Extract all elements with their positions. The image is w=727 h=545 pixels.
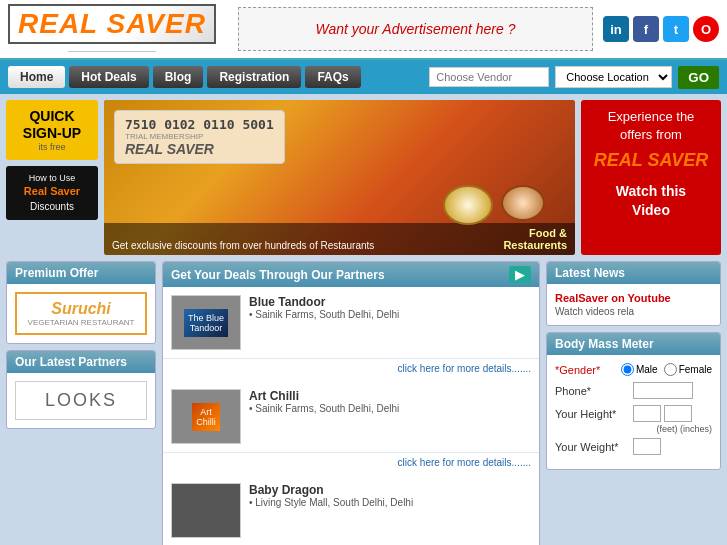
header: REAL SAVER ——————————— Want your Adverti… — [0, 0, 727, 60]
linkedin-icon[interactable]: in — [603, 16, 629, 42]
go-button[interactable]: GO — [678, 66, 719, 89]
deal-name-3: Baby Dragon — [249, 483, 531, 497]
nav-bar: Home Hot Deals Blog Registration FAQs Ch… — [0, 60, 727, 94]
male-label: Male — [636, 364, 658, 375]
deal-more-link-2[interactable]: click here for more details....... — [398, 457, 531, 468]
deal-more-1: click here for more details....... — [163, 359, 539, 381]
premium-panel: Premium Offer Suruchi VEGETARIAN RESTAUR… — [6, 261, 156, 344]
partners-header: Our Latest Partners — [7, 351, 155, 373]
vendor-search-input[interactable] — [429, 67, 549, 87]
news-text: Watch videos rela — [555, 306, 712, 317]
phone-input[interactable] — [633, 382, 693, 399]
deals-header: Get Your Deals Through Our Partners ▶ — [163, 262, 539, 287]
left-sidebar: QUICKSIGN-UP its free How to Use Real Sa… — [6, 100, 98, 255]
premium-col: Premium Offer Suruchi VEGETARIAN RESTAUR… — [6, 261, 156, 545]
bmi-gender-label: *Gender* — [555, 364, 615, 376]
deal-more-link-1[interactable]: click here for more details....... — [398, 363, 531, 374]
nav-hot-deals[interactable]: Hot Deals — [69, 66, 148, 88]
promo-line1: Experience the — [608, 109, 695, 124]
how-to-use-prefix: How to Use — [12, 172, 92, 185]
card-brand: REAL SAVER — [125, 141, 274, 157]
quick-signup-sub: its free — [12, 142, 92, 152]
main-content: QUICKSIGN-UP its free How to Use Real Sa… — [0, 94, 727, 261]
promo-watch: Watch this — [589, 182, 713, 202]
deal-thumb-2: ArtChilli — [171, 389, 241, 444]
bmi-height-label: Your Height* — [555, 408, 627, 420]
nav-home[interactable]: Home — [8, 66, 65, 88]
hero-bottom-bar: Get exclusive discounts from over hundre… — [104, 223, 575, 255]
how-to-use-suffix: Discounts — [12, 200, 92, 214]
deal-item-3: Baby Dragon Living Style Mall, South Del… — [163, 475, 539, 545]
membership-card: 7510 0102 0110 5001 TRIAL MEMBERSHIP REA… — [114, 110, 285, 164]
suruchi-title: Suruchi — [23, 300, 139, 318]
hero-banner: 7510 0102 0110 5001 TRIAL MEMBERSHIP REA… — [104, 100, 575, 255]
deal-item-1: The BlueTandoor Blue Tandoor Sainik Farm… — [163, 287, 539, 359]
bmi-phone-label: Phone* — [555, 385, 627, 397]
nav-registration[interactable]: Registration — [207, 66, 301, 88]
female-radio[interactable] — [664, 363, 677, 376]
news-header: Latest News — [547, 262, 720, 284]
looks-box[interactable]: LOOKS — [15, 381, 147, 420]
news-title-link[interactable]: RealSaver on Youtube — [555, 292, 712, 304]
deal-item-2: ArtChilli Art Chilli Sainik Farms, South… — [163, 381, 539, 453]
bmi-weight-label: Your Weight* — [555, 441, 627, 453]
deal-loc-3: Living Style Mall, South Delhi, Delhi — [249, 497, 531, 508]
logo: REAL SAVER — [8, 4, 216, 44]
ad-banner[interactable]: Want your Advertisement here ? — [238, 7, 593, 51]
female-radio-label[interactable]: Female — [664, 363, 712, 376]
height-inputs — [633, 405, 692, 422]
nav-search: Choose Location GO — [429, 66, 719, 89]
deal-thumb-img-2: ArtChilli — [192, 403, 220, 431]
promo-line2: offers from — [620, 127, 682, 142]
twitter-icon[interactable]: t — [663, 16, 689, 42]
looks-title: LOOKS — [24, 390, 138, 411]
deals-header-title: Get Your Deals Through Our Partners — [171, 268, 385, 282]
deal-loc-2: Sainik Farms, South Delhi, Delhi — [249, 403, 531, 414]
male-radio[interactable] — [621, 363, 634, 376]
deal-thumb-3 — [171, 483, 241, 538]
height-feet-input[interactable] — [633, 405, 661, 422]
bmi-weight-row: Your Weight* — [555, 438, 712, 455]
bottom-section: Premium Offer Suruchi VEGETARIAN RESTAUR… — [0, 261, 727, 545]
gender-radio-group: Male Female — [621, 363, 712, 376]
bmi-gender-row: *Gender* Male Female — [555, 363, 712, 376]
deal-name-2: Art Chilli — [249, 389, 531, 403]
bmi-panel: Body Mass Meter *Gender* Male Female — [546, 332, 721, 470]
nav-blog[interactable]: Blog — [153, 66, 204, 88]
bmi-header: Body Mass Meter — [547, 333, 720, 355]
deal-info-2: Art Chilli Sainik Farms, South Delhi, De… — [249, 389, 531, 444]
male-radio-label[interactable]: Male — [621, 363, 658, 376]
partners-panel: Our Latest Partners LOOKS — [6, 350, 156, 429]
suruchi-box[interactable]: Suruchi VEGETARIAN RESTAURANT — [15, 292, 147, 335]
news-body: RealSaver on Youtube Watch videos rela — [547, 284, 720, 325]
deals-play-button[interactable]: ▶ — [509, 266, 531, 283]
height-inches-input[interactable] — [664, 405, 692, 422]
deal-name-1: Blue Tandoor — [249, 295, 531, 309]
deal-thumb-img-1: The BlueTandoor — [184, 309, 228, 337]
youtube-icon[interactable]: O — [693, 16, 719, 42]
facebook-icon[interactable]: f — [633, 16, 659, 42]
how-to-use-brand: Real Saver — [12, 184, 92, 199]
nav-faqs[interactable]: FAQs — [305, 66, 360, 88]
location-select[interactable]: Choose Location — [555, 66, 672, 88]
partners-body: LOOKS — [7, 373, 155, 428]
logo-area: REAL SAVER ——————————— — [8, 4, 216, 55]
female-label: Female — [679, 364, 712, 375]
quick-signup-panel[interactable]: QUICKSIGN-UP its free — [6, 100, 98, 160]
how-to-use-panel[interactable]: How to Use Real Saver Discounts — [6, 166, 98, 220]
suruchi-sub: VEGETARIAN RESTAURANT — [23, 318, 139, 327]
premium-body: Suruchi VEGETARIAN RESTAURANT — [7, 284, 155, 343]
right-promo-panel[interactable]: Experience the offers from REAL SAVER Wa… — [581, 100, 721, 255]
food-label: Food &Restaurents — [503, 227, 567, 251]
deals-panel: Get Your Deals Through Our Partners ▶ Th… — [162, 261, 540, 545]
bmi-height-row: Your Height* — [555, 405, 712, 422]
ad-text: Want your Advertisement here ? — [315, 21, 515, 37]
weight-input[interactable] — [633, 438, 661, 455]
deal-thumb-1: The BlueTandoor — [171, 295, 241, 350]
height-unit: (feet) (inches) — [555, 424, 712, 434]
social-icons: in f t O — [603, 16, 719, 42]
deal-more-2: click here for more details....... — [163, 453, 539, 475]
premium-header: Premium Offer — [7, 262, 155, 284]
promo-brand: REAL SAVER — [589, 148, 713, 173]
deal-info-3: Baby Dragon Living Style Mall, South Del… — [249, 483, 531, 538]
